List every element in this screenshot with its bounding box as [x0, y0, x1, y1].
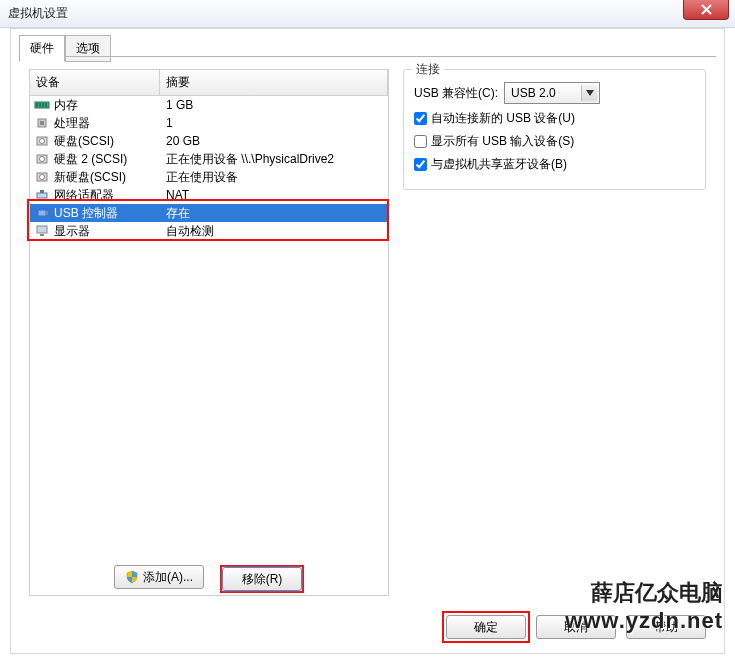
svg-rect-3 [42, 103, 44, 107]
usb-compat-value: USB 2.0 [511, 86, 556, 100]
device-summary: NAT [164, 188, 388, 202]
tab-options[interactable]: 选项 [65, 35, 111, 62]
net-icon [34, 188, 50, 202]
col-header-summary[interactable]: 摘要 [160, 70, 388, 95]
hardware-row[interactable]: 硬盘 2 (SCSI)正在使用设备 \\.\PhysicalDrive2 [30, 150, 388, 168]
hardware-list-panel: 设备 摘要 内存1 GB处理器1硬盘(SCSI)20 GB硬盘 2 (SCSI)… [29, 69, 389, 597]
show-all-checkbox[interactable]: 显示所有 USB 输入设备(S) [414, 133, 695, 150]
device-name: 网络适配器 [54, 187, 164, 204]
checkbox-icon [414, 112, 427, 125]
hardware-row[interactable]: 新硬盘(SCSI)正在使用设备 [30, 168, 388, 186]
hardware-row[interactable]: USB 控制器存在 [30, 204, 388, 222]
shield-icon [125, 570, 139, 584]
svg-rect-4 [45, 103, 47, 107]
cpu-icon [34, 116, 50, 130]
compat-label: USB 兼容性(C): [414, 85, 498, 102]
list-header: 设备 摘要 [29, 69, 389, 96]
hardware-row[interactable]: 硬盘(SCSI)20 GB [30, 132, 388, 150]
checkbox-icon [414, 135, 427, 148]
svg-rect-18 [40, 234, 44, 236]
svg-point-12 [40, 175, 45, 180]
hardware-row[interactable]: 网络适配器NAT [30, 186, 388, 204]
device-summary: 20 GB [164, 134, 388, 148]
hdd-icon [34, 152, 50, 166]
add-button-label: 添加(A)... [143, 569, 193, 586]
svg-rect-15 [38, 210, 46, 216]
checkbox-icon [414, 158, 427, 171]
device-summary: 1 GB [164, 98, 388, 112]
ok-button[interactable]: 确定 [446, 615, 526, 639]
device-name: 硬盘(SCSI) [54, 133, 164, 150]
device-summary: 1 [164, 116, 388, 130]
device-settings-panel: 连接 USB 兼容性(C): USB 2.0 自动连接新的 USB 设备(U) … [403, 69, 706, 190]
hdd-icon [34, 134, 50, 148]
connection-group: 连接 USB 兼容性(C): USB 2.0 自动连接新的 USB 设备(U) … [403, 69, 706, 190]
window-title: 虚拟机设置 [8, 5, 68, 22]
remove-button[interactable]: 移除(R) [222, 567, 302, 591]
watermark-text: 薛店亿众电脑 [591, 578, 723, 608]
col-header-device[interactable]: 设备 [30, 70, 160, 95]
hdd-icon [34, 170, 50, 184]
usb-icon [34, 206, 50, 220]
svg-rect-16 [46, 211, 48, 215]
device-summary: 自动检测 [164, 223, 388, 240]
device-summary: 正在使用设备 [164, 169, 388, 186]
device-name: 处理器 [54, 115, 164, 132]
svg-rect-13 [37, 193, 47, 198]
auto-connect-checkbox[interactable]: 自动连接新的 USB 设备(U) [414, 110, 695, 127]
svg-rect-2 [39, 103, 41, 107]
add-button[interactable]: 添加(A)... [114, 565, 204, 589]
titlebar: 虚拟机设置 [0, 0, 735, 28]
close-button[interactable] [683, 0, 729, 20]
hardware-list[interactable]: 内存1 GB处理器1硬盘(SCSI)20 GB硬盘 2 (SCSI)正在使用设备… [29, 96, 389, 596]
close-icon [701, 4, 712, 15]
highlight-box-remove: 移除(R) [220, 565, 304, 593]
chevron-down-icon [581, 85, 597, 101]
hardware-row[interactable]: 显示器自动检测 [30, 222, 388, 240]
watermark-url: www.yzdn.net [565, 608, 723, 634]
device-name: USB 控制器 [54, 205, 164, 222]
device-name: 显示器 [54, 223, 164, 240]
svg-rect-14 [40, 190, 44, 193]
device-name: 内存 [54, 97, 164, 114]
device-summary: 正在使用设备 \\.\PhysicalDrive2 [164, 151, 388, 168]
usb-compat-select[interactable]: USB 2.0 [504, 82, 600, 104]
hardware-row[interactable]: 处理器1 [30, 114, 388, 132]
remove-button-label: 移除(R) [242, 571, 283, 588]
share-bt-checkbox[interactable]: 与虚拟机共享蓝牙设备(B) [414, 156, 695, 173]
svg-point-10 [40, 157, 45, 162]
device-name: 新硬盘(SCSI) [54, 169, 164, 186]
svg-rect-6 [40, 121, 44, 125]
list-button-bar: 添加(A)... 移除(R) [29, 565, 389, 593]
display-icon [34, 224, 50, 238]
device-name: 硬盘 2 (SCSI) [54, 151, 164, 168]
device-summary: 存在 [164, 205, 388, 222]
svg-point-8 [40, 139, 45, 144]
svg-rect-1 [36, 103, 38, 107]
tab-hardware[interactable]: 硬件 [19, 35, 65, 62]
group-title: 连接 [412, 61, 444, 78]
tab-bar: 硬件 选项 [19, 35, 111, 62]
memory-icon [34, 98, 50, 112]
svg-rect-17 [37, 226, 47, 233]
hardware-row[interactable]: 内存1 GB [30, 96, 388, 114]
dialog-content: 硬件 选项 设备 摘要 内存1 GB处理器1硬盘(SCSI)20 GB硬盘 2 … [10, 28, 725, 654]
